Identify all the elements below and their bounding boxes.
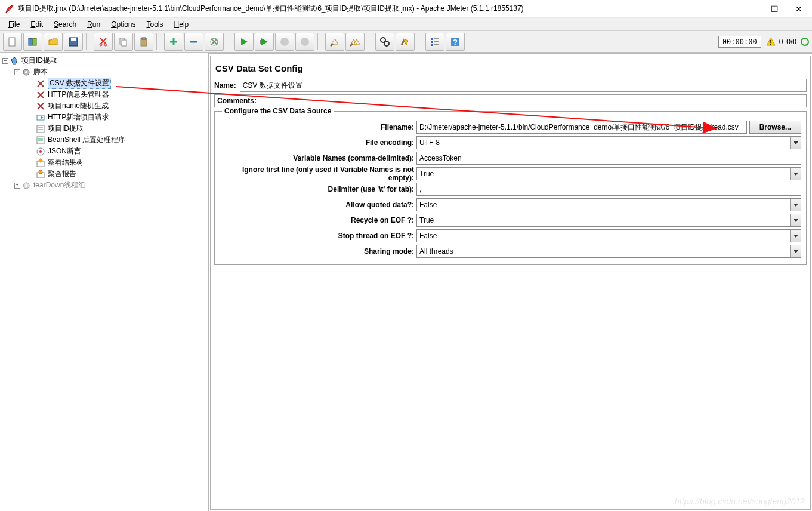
warning-count: 0 xyxy=(779,38,783,46)
delimiter-label: Delimiter (use '\t' for tab): xyxy=(220,185,416,193)
toggle-button[interactable] xyxy=(205,33,224,51)
tree-item-beanshell[interactable]: BeanShell 后置处理程序 xyxy=(48,135,125,145)
ignore-combo[interactable]: True xyxy=(416,167,801,180)
tree-item-results-tree[interactable]: 察看结果树 xyxy=(48,158,84,168)
tree-root-label[interactable]: 项目ID提取 xyxy=(21,56,57,66)
svg-point-36 xyxy=(39,150,42,153)
browse-button[interactable]: Browse... xyxy=(749,121,801,134)
threads-icon xyxy=(800,37,810,47)
vars-input[interactable] xyxy=(416,152,801,165)
svg-rect-0 xyxy=(9,38,15,46)
minimize-button[interactable]: — xyxy=(746,4,754,14)
elapsed-time: 00:00:00 xyxy=(718,36,761,48)
collapse-button[interactable] xyxy=(184,33,203,51)
save-button[interactable] xyxy=(64,33,83,51)
chevron-down-icon[interactable] xyxy=(790,137,801,149)
expand-button[interactable] xyxy=(164,33,183,51)
search-button[interactable] xyxy=(375,33,394,51)
maximize-button[interactable]: ☐ xyxy=(771,4,779,14)
comments-label: Comments: xyxy=(217,97,257,105)
tree-toggle[interactable]: + xyxy=(14,183,20,189)
new-button[interactable] xyxy=(3,33,22,51)
recycle-label: Recycle on EOF ?: xyxy=(220,216,416,224)
function-helper-button[interactable] xyxy=(425,33,444,51)
fieldset-legend: Configure the CSV Data Source xyxy=(222,107,334,115)
cut-button[interactable] xyxy=(94,33,113,51)
tree-item-header[interactable]: HTTP信息头管理器 xyxy=(48,90,109,100)
http-request-icon xyxy=(36,113,45,122)
svg-rect-8 xyxy=(122,40,126,46)
tree-item-aggregate[interactable]: 聚合报告 xyxy=(48,169,76,179)
thread-group-label[interactable]: 脚本 xyxy=(33,67,48,77)
csv-config-icon xyxy=(36,79,45,88)
menu-options[interactable]: Options xyxy=(106,19,140,30)
tree-item-teardown[interactable]: tearDown线程组 xyxy=(33,180,85,190)
svg-rect-22 xyxy=(431,44,433,46)
start-no-pause-button[interactable] xyxy=(255,33,274,51)
thread-group-icon xyxy=(21,67,31,77)
comments-row[interactable]: Comments: xyxy=(214,94,807,107)
menu-bar: File Edit Search Run Options Tools Help xyxy=(0,18,812,31)
templates-button[interactable] xyxy=(23,33,42,51)
menu-edit[interactable]: Edit xyxy=(26,19,48,30)
warning-icon: ! xyxy=(766,37,776,47)
tree-item-http[interactable]: HTTP新增项目请求 xyxy=(48,112,109,122)
stop-button[interactable] xyxy=(275,33,294,51)
svg-point-31 xyxy=(25,71,27,73)
svg-point-42 xyxy=(25,184,27,187)
tree-item-namegen[interactable]: 项目name随机生成 xyxy=(48,101,109,111)
svg-rect-21 xyxy=(431,41,433,43)
window-controls: — ☐ ✕ xyxy=(746,4,802,14)
help-button[interactable]: ? xyxy=(446,33,465,51)
panel-title: CSV Data Set Config xyxy=(214,60,807,77)
menu-search[interactable]: Search xyxy=(49,19,81,30)
sharing-combo[interactable]: All threads xyxy=(416,245,801,258)
stop-combo[interactable]: False xyxy=(416,229,801,242)
menu-run[interactable]: Run xyxy=(82,19,105,30)
tree-item-extract[interactable]: 项目ID提取 xyxy=(48,124,84,134)
close-button[interactable]: ✕ xyxy=(795,4,802,14)
svg-rect-15 xyxy=(260,40,261,44)
tree-item-csv[interactable]: CSV 数据文件设置 xyxy=(48,78,111,89)
open-button[interactable] xyxy=(44,33,63,51)
clear-button[interactable] xyxy=(325,33,344,51)
svg-rect-4 xyxy=(71,38,76,41)
testplan-icon xyxy=(10,56,19,66)
encoding-combo[interactable]: UTF-8 xyxy=(416,136,801,149)
chevron-down-icon[interactable] xyxy=(790,199,801,211)
paste-button[interactable] xyxy=(134,33,153,51)
quoted-combo[interactable]: False xyxy=(416,198,801,211)
chevron-down-icon[interactable] xyxy=(790,230,801,242)
svg-point-38 xyxy=(39,159,42,162)
menu-tools[interactable]: Tools xyxy=(142,19,168,30)
chevron-down-icon[interactable] xyxy=(790,245,801,257)
name-label: Name: xyxy=(214,81,236,90)
shutdown-button[interactable] xyxy=(295,33,314,51)
sharing-label: Sharing mode: xyxy=(220,247,416,256)
recycle-combo[interactable]: True xyxy=(416,214,801,227)
test-plan-tree[interactable]: − 项目ID提取 − 脚本 CSV 数据文件设置 HTTP信息头管理器 项目na… xyxy=(0,53,209,511)
tree-toggle[interactable]: − xyxy=(14,69,20,75)
chevron-down-icon[interactable] xyxy=(790,168,801,180)
assertion-icon xyxy=(36,147,45,156)
title-bar: 项目ID提取.jmx (D:\Jmeter\apache-jmeter-5.1.… xyxy=(0,0,812,18)
config-panel: CSV Data Set Config Name: Comments: Conf… xyxy=(209,53,812,511)
menu-help[interactable]: Help xyxy=(169,19,194,30)
svg-text:?: ? xyxy=(453,38,458,47)
watermark-text: https://blog.csdn.net/songteng2012 xyxy=(675,497,805,506)
copy-button[interactable] xyxy=(114,33,133,51)
menu-file[interactable]: File xyxy=(4,19,24,30)
start-button[interactable] xyxy=(234,33,254,51)
clear-all-button[interactable] xyxy=(345,33,365,51)
filename-input[interactable] xyxy=(416,121,747,134)
svg-text:!: ! xyxy=(770,39,771,46)
reset-search-button[interactable] xyxy=(396,33,415,51)
header-manager-icon xyxy=(36,90,45,100)
status-area: ! 0 0/0 xyxy=(766,37,810,47)
tree-toggle[interactable]: − xyxy=(2,58,8,64)
name-input[interactable] xyxy=(240,79,807,92)
tree-item-json-assert[interactable]: JSON断言 xyxy=(48,146,81,156)
chevron-down-icon[interactable] xyxy=(790,214,801,226)
delimiter-input[interactable] xyxy=(416,183,801,196)
svg-rect-33 xyxy=(37,125,44,133)
